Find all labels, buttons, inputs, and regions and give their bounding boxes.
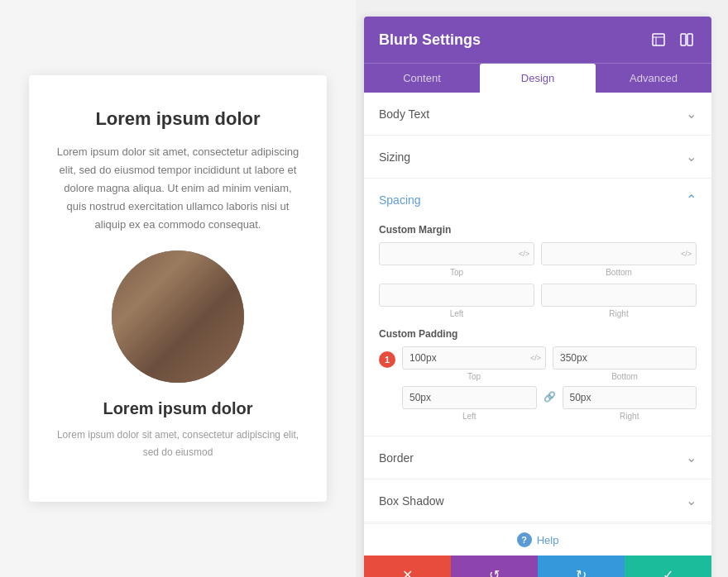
link-icon[interactable]: 🔗 xyxy=(544,391,556,403)
margin-bottom-wrapper: </> xyxy=(541,242,697,265)
section-border: Border ⌄ xyxy=(364,436,711,479)
svg-rect-0 xyxy=(653,34,664,45)
padding-right-input[interactable] xyxy=(563,386,697,409)
section-box-shadow: Box Shadow ⌄ xyxy=(364,479,711,522)
blurb-title-2: Lorem ipsum dolor xyxy=(54,399,302,418)
margin-bottom-label: Bottom xyxy=(606,268,632,277)
chevron-body-text: ⌄ xyxy=(686,106,697,122)
padding-bottom-group: Bottom xyxy=(553,346,697,381)
section-body-text-header[interactable]: Body Text ⌄ xyxy=(364,93,711,135)
building-background xyxy=(112,250,244,383)
margin-top-wrapper: </> xyxy=(379,242,534,265)
blurb-title-1: Lorem ipsum dolor xyxy=(54,108,302,130)
margin-left-group: Left xyxy=(379,284,534,318)
padding-lr-wrapper: Left 🔗 Right xyxy=(402,386,697,421)
section-sizing: Sizing ⌄ xyxy=(364,136,711,179)
padding-left-input[interactable] xyxy=(402,386,537,409)
section-border-header[interactable]: Border ⌄ xyxy=(364,436,711,479)
margin-right-label: Right xyxy=(609,309,628,318)
padding-top-wrapper: </> xyxy=(402,346,546,370)
settings-tabs: Content Design Advanced xyxy=(364,63,711,93)
section-spacing-label: Spacing xyxy=(379,193,421,207)
padding-right-wrapper xyxy=(563,386,697,409)
section-sizing-label: Sizing xyxy=(379,150,410,164)
section-body-text-label: Body Text xyxy=(379,107,429,121)
custom-padding-label: Custom Padding xyxy=(379,328,697,340)
blurb-card: Lorem ipsum dolor Lorem ipsum dolor sit … xyxy=(29,75,327,502)
tab-design[interactable]: Design xyxy=(480,64,596,93)
margin-top-code-icon[interactable]: </> xyxy=(519,250,529,258)
padding-left-group: Left xyxy=(402,386,537,421)
link-icon-wrapper: 🔗 xyxy=(540,391,559,403)
section-border-label: Border xyxy=(379,451,414,465)
help-label: Help xyxy=(537,534,559,546)
undo-button[interactable]: ↺ xyxy=(451,556,538,577)
columns-icon[interactable] xyxy=(677,30,697,50)
redo-button[interactable]: ↻ xyxy=(538,556,625,577)
margin-top-label: Top xyxy=(450,268,463,277)
margin-top-input[interactable] xyxy=(379,242,534,265)
help-icon: ? xyxy=(517,532,532,547)
step-indicator: 1 xyxy=(379,351,395,368)
section-body-text: Body Text ⌄ xyxy=(364,93,711,136)
cancel-button[interactable]: ✕ xyxy=(364,556,451,577)
settings-title: Blurb Settings xyxy=(379,31,481,49)
margin-bottom-group: </> Bottom xyxy=(541,242,697,277)
section-sizing-header[interactable]: Sizing ⌄ xyxy=(364,136,711,178)
tab-content[interactable]: Content xyxy=(364,64,480,93)
action-bar: ✕ ↺ ↻ ✓ xyxy=(364,556,711,577)
section-box-shadow-label: Box Shadow xyxy=(379,494,444,508)
settings-footer: ? Help xyxy=(364,523,711,556)
padding-left-wrapper xyxy=(402,386,537,409)
help-link[interactable]: ? Help xyxy=(517,532,559,547)
svg-rect-4 xyxy=(687,34,692,45)
margin-left-wrapper xyxy=(379,284,534,307)
custom-margin-label: Custom Margin xyxy=(379,224,697,236)
chevron-border: ⌄ xyxy=(686,450,697,465)
padding-right-group: Right xyxy=(563,386,697,421)
preview-panel: Lorem ipsum dolor Lorem ipsum dolor sit … xyxy=(0,0,356,577)
padding-bottom-label: Bottom xyxy=(611,372,638,381)
section-box-shadow-header[interactable]: Box Shadow ⌄ xyxy=(364,479,711,522)
margin-right-wrapper xyxy=(541,284,697,307)
padding-inputs: </> Top Bottom xyxy=(402,346,697,421)
margin-left-label: Left xyxy=(450,309,464,318)
padding-top-input[interactable] xyxy=(402,346,546,370)
padding-row-wrapper: 1 </> Top xyxy=(379,346,697,421)
padding-top-code-icon[interactable]: </> xyxy=(530,354,541,362)
wireframe-icon[interactable] xyxy=(649,30,668,50)
padding-bottom-wrapper xyxy=(553,346,697,370)
tab-advanced[interactable]: Advanced xyxy=(596,64,711,93)
margin-grid: </> Top </> Bottom xyxy=(379,242,697,318)
blurb-image xyxy=(112,250,244,383)
blurb-body-1: Lorem ipsum dolor sit amet, consectetur … xyxy=(54,143,302,234)
margin-left-input[interactable] xyxy=(379,284,534,307)
blurb-body-2: Lorem ipsum dolor sit amet, consectetur … xyxy=(54,427,302,460)
padding-right-label: Right xyxy=(620,412,639,421)
padding-bottom-input[interactable] xyxy=(553,346,697,370)
margin-bottom-code-icon[interactable]: </> xyxy=(681,250,692,258)
spacing-content: Custom Margin </> Top </> xyxy=(364,224,711,436)
margin-bottom-input[interactable] xyxy=(541,242,697,265)
svg-rect-3 xyxy=(681,34,686,45)
padding-top-group: </> Top xyxy=(402,346,546,381)
margin-right-group: Right xyxy=(541,284,697,318)
chevron-box-shadow: ⌄ xyxy=(686,493,697,508)
padding-top-label: Top xyxy=(467,372,481,381)
header-icons xyxy=(649,30,697,50)
margin-top-group: </> Top xyxy=(379,242,534,277)
chevron-spacing: ⌃ xyxy=(686,192,697,207)
settings-body: Body Text ⌄ Sizing ⌄ Spacing ⌃ Custom Ma… xyxy=(364,93,711,523)
margin-right-input[interactable] xyxy=(541,284,697,307)
padding-grid: </> Top Bottom xyxy=(402,346,697,381)
section-spacing-header[interactable]: Spacing ⌃ xyxy=(364,179,711,221)
confirm-button[interactable]: ✓ xyxy=(625,556,711,577)
settings-panel: Blurb Settings Content Design xyxy=(364,17,711,577)
settings-header: Blurb Settings xyxy=(364,17,711,63)
padding-left-label: Left xyxy=(462,412,477,421)
section-spacing: Spacing ⌃ Custom Margin </> Top xyxy=(364,179,711,436)
chevron-sizing: ⌄ xyxy=(686,149,697,165)
